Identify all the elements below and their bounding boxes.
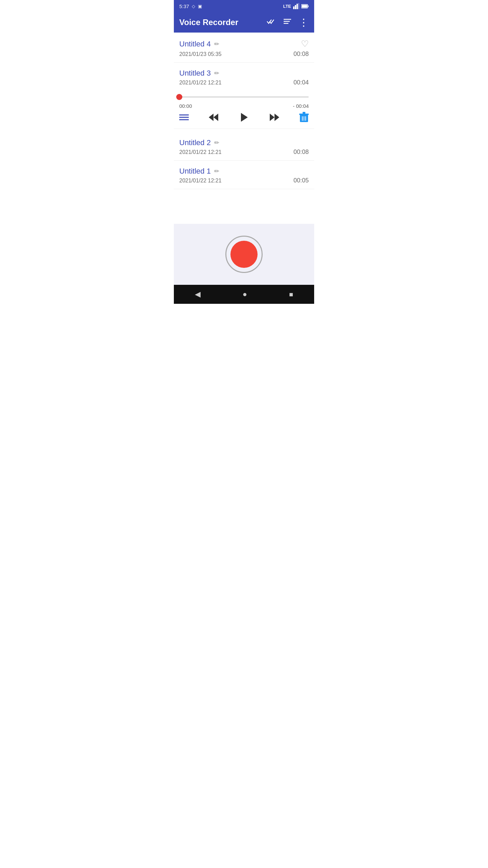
svg-rect-5	[308, 5, 309, 7]
svg-marker-2	[297, 4, 298, 9]
current-time: 00:00	[179, 103, 192, 109]
recording-duration-untitled3: 00:04	[293, 79, 309, 86]
recording-header-untitled4: Untitled 4 ✏ ♡	[179, 39, 309, 49]
play-button[interactable]	[238, 112, 250, 123]
recording-meta-untitled3: 2021/01/22 12:21 00:04	[179, 79, 309, 86]
recording-date-untitled4: 2021/01/23 05:35	[179, 51, 222, 57]
recording-item-untitled2[interactable]: Untitled 2 ✏ 2021/01/22 12:21 00:08	[174, 132, 314, 161]
svg-marker-15	[241, 113, 248, 122]
edit-icon-untitled4[interactable]: ✏	[214, 40, 219, 48]
nav-bar: ◀ ● ■	[174, 285, 314, 304]
recording-title-untitled1: Untitled 1	[179, 167, 211, 176]
title-row-untitled2: Untitled 2 ✏	[179, 138, 219, 147]
svg-marker-1	[295, 5, 296, 9]
svg-marker-13	[209, 114, 214, 121]
svg-marker-0	[293, 6, 294, 9]
app-container: 5:37 ◇ ▣ LTE Voice Recorder	[174, 0, 314, 304]
recording-header-untitled2: Untitled 2 ✏	[179, 138, 309, 147]
remaining-time: - 00:04	[293, 103, 309, 109]
record-dot	[230, 241, 258, 268]
playlist-button[interactable]	[179, 114, 189, 121]
progress-thumb[interactable]	[176, 94, 182, 100]
svg-marker-14	[214, 114, 218, 121]
status-right: LTE	[283, 3, 309, 9]
status-left: 5:37 ◇ ▣	[179, 3, 202, 9]
controls-row	[179, 112, 309, 123]
svg-rect-20	[303, 112, 305, 114]
progress-track[interactable]	[179, 96, 309, 98]
title-row-untitled3: Untitled 3 ✏	[179, 69, 219, 78]
app-bar: Voice Recorder ⋮	[174, 12, 314, 33]
sim-icon: ◇	[192, 4, 195, 9]
status-bar: 5:37 ◇ ▣ LTE	[174, 0, 314, 12]
fastforward-button[interactable]	[269, 113, 280, 122]
player-panel-untitled3: 00:00 - 00:04	[174, 89, 314, 129]
progress-bar-container[interactable]	[179, 93, 309, 101]
edit-icon-untitled2[interactable]: ✏	[214, 139, 219, 146]
recording-duration-untitled1: 00:05	[293, 177, 309, 184]
recording-duration-untitled2: 00:08	[293, 149, 309, 156]
recording-header-untitled1: Untitled 1 ✏	[179, 167, 309, 176]
recording-meta-untitled1: 2021/01/22 12:21 00:05	[179, 177, 309, 184]
recording-meta-untitled2: 2021/01/22 12:21 00:08	[179, 149, 309, 156]
recording-item-untitled3[interactable]: Untitled 3 ✏ 2021/01/22 12:21 00:04	[174, 63, 314, 89]
recents-button[interactable]: ■	[289, 291, 293, 298]
signal-icon	[293, 3, 299, 9]
recording-date-untitled1: 2021/01/22 12:21	[179, 178, 222, 184]
svg-marker-17	[274, 114, 279, 121]
delete-button[interactable]	[299, 112, 309, 123]
title-row-untitled1: Untitled 1 ✏	[179, 167, 219, 176]
edit-icon-untitled1[interactable]: ✏	[214, 167, 219, 175]
rewind-button[interactable]	[208, 113, 219, 122]
battery-icon	[301, 4, 309, 8]
recording-title-untitled2: Untitled 2	[179, 138, 211, 147]
time-labels: 00:00 - 00:04	[179, 103, 309, 109]
recording-title-untitled3: Untitled 3	[179, 69, 211, 78]
heart-icon-untitled4[interactable]: ♡	[301, 39, 309, 49]
record-area	[174, 224, 314, 285]
recording-date-untitled3: 2021/01/22 12:21	[179, 80, 222, 86]
svg-rect-6	[302, 5, 307, 7]
more-icon[interactable]: ⋮	[299, 17, 309, 27]
lte-label: LTE	[283, 4, 291, 9]
title-row-untitled4: Untitled 4 ✏	[179, 40, 219, 48]
home-button[interactable]: ●	[243, 290, 247, 299]
back-button[interactable]: ◀	[195, 290, 201, 299]
recording-header-untitled3: Untitled 3 ✏	[179, 69, 309, 78]
app-bar-actions: ⋮	[267, 17, 309, 27]
recording-item-untitled1[interactable]: Untitled 1 ✏ 2021/01/22 12:21 00:05	[174, 161, 314, 189]
recording-item-untitled4[interactable]: Untitled 4 ✏ ♡ 2021/01/23 05:35 00:08	[174, 33, 314, 63]
recording-date-untitled2: 2021/01/22 12:21	[179, 149, 222, 155]
recording-meta-untitled4: 2021/01/23 05:35 00:08	[179, 51, 309, 58]
svg-marker-3	[298, 3, 299, 9]
main-content: Untitled 4 ✏ ♡ 2021/01/23 05:35 00:08 Un…	[174, 33, 314, 285]
edit-icon-untitled3[interactable]: ✏	[214, 70, 219, 77]
record-button[interactable]	[225, 236, 263, 273]
app-title: Voice Recorder	[179, 18, 238, 27]
recording-duration-untitled4: 00:08	[293, 51, 309, 58]
recording-title-untitled4: Untitled 4	[179, 40, 211, 48]
check-all-icon[interactable]	[267, 18, 276, 27]
svg-marker-16	[270, 114, 274, 121]
sort-icon[interactable]	[283, 18, 292, 27]
spacer	[174, 206, 314, 224]
time-display: 5:37	[179, 3, 189, 9]
recording-list: Untitled 4 ✏ ♡ 2021/01/23 05:35 00:08 Un…	[174, 33, 314, 206]
sim2-icon: ▣	[198, 4, 202, 9]
